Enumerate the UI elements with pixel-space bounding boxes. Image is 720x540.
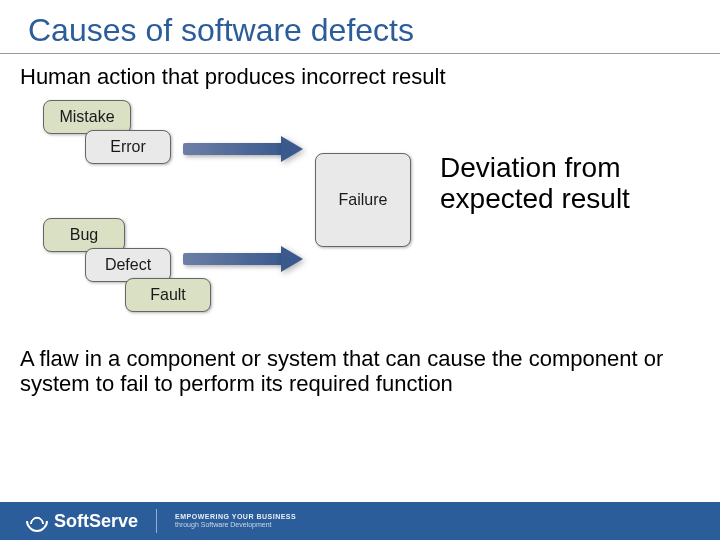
deviation-line2: expected result <box>440 184 630 215</box>
deviation-text: Deviation from expected result <box>440 153 630 215</box>
tagline-line2: through Software Development <box>175 521 296 529</box>
box-error: Error <box>85 130 171 164</box>
footer-tagline: EMPOWERING YOUR BUSINESS through Softwar… <box>175 513 296 530</box>
deviation-line1: Deviation from <box>440 153 630 184</box>
subtitle-top: Human action that produces incorrect res… <box>0 64 720 90</box>
arrow-defect-to-failure <box>183 253 283 265</box>
box-mistake: Mistake <box>43 100 131 134</box>
bottom-description: A flaw in a component or system that can… <box>0 346 720 397</box>
diagram-area: Mistake Error Bug Defect Fault Failure D… <box>15 98 715 338</box>
brand-name: SoftServe <box>54 511 138 532</box>
box-fault: Fault <box>125 278 211 312</box>
box-defect: Defect <box>85 248 171 282</box>
arrow-error-to-failure <box>183 143 283 155</box>
brand-logo: SoftServe <box>26 510 138 532</box>
tagline-line1: EMPOWERING YOUR BUSINESS <box>175 513 296 521</box>
footer-divider <box>156 509 157 533</box>
footer-bar: SoftServe EMPOWERING YOUR BUSINESS throu… <box>0 502 720 540</box>
box-bug: Bug <box>43 218 125 252</box>
swirl-icon <box>21 505 52 536</box>
slide-title: Causes of software defects <box>0 0 720 54</box>
box-failure: Failure <box>315 153 411 247</box>
